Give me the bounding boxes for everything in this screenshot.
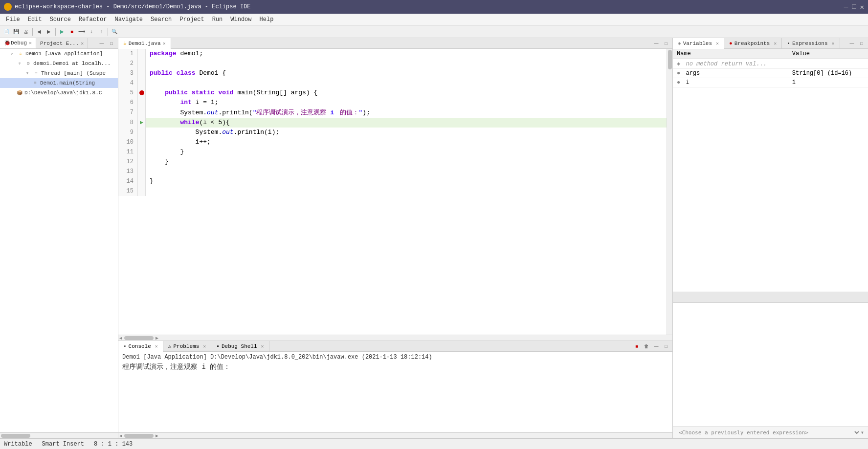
console-h-thumb[interactable] bbox=[124, 434, 154, 438]
menu-window[interactable]: Window bbox=[226, 15, 255, 24]
console-scroll-right[interactable]: ▶ bbox=[156, 433, 158, 439]
var-row-i[interactable]: ● i 1 bbox=[673, 78, 868, 87]
editor-tab-bar: ☕ Demo1.java ✕ — □ bbox=[118, 38, 672, 49]
minimize-button[interactable]: — bbox=[844, 3, 848, 11]
menu-help[interactable]: Help bbox=[256, 15, 278, 24]
toolbar-back[interactable]: ◀ bbox=[35, 27, 44, 36]
expression-dropdown[interactable]: <Choose a previously entered expression> bbox=[677, 429, 861, 436]
right-panel-max[interactable]: □ bbox=[857, 39, 866, 48]
var-row-no-return[interactable]: ◈ no method return val... bbox=[673, 59, 868, 69]
console-clear-btn[interactable]: 🗑 bbox=[642, 342, 651, 351]
tab-expressions-label: Expressions bbox=[792, 41, 828, 46]
breakpoints-close[interactable]: ✕ bbox=[774, 41, 777, 46]
tab-project-close[interactable]: ✕ bbox=[81, 41, 84, 46]
editor-scroll-thumb[interactable] bbox=[668, 50, 672, 69]
toolbar-debug-resume[interactable]: ▶ bbox=[58, 27, 67, 36]
editor-max[interactable]: □ bbox=[662, 39, 670, 48]
tab-debug-close[interactable]: ✕ bbox=[29, 40, 32, 46]
code-editor[interactable]: 1 package demo1; 2 3 public class bbox=[118, 49, 667, 335]
menu-source[interactable]: Source bbox=[46, 15, 75, 24]
scroll-left-arrow[interactable]: ◀ bbox=[119, 335, 122, 341]
code-line-13: 13 bbox=[118, 167, 667, 176]
tab-console[interactable]: ▪ Console ✕ bbox=[118, 341, 163, 352]
tab-demo1-java[interactable]: ☕ Demo1.java ✕ bbox=[118, 38, 171, 49]
editor-scrollbar-v[interactable] bbox=[667, 49, 672, 335]
window-controls[interactable]: — □ ✕ bbox=[844, 3, 864, 11]
menu-run[interactable]: Run bbox=[208, 15, 227, 24]
breakpoints-icon: ● bbox=[729, 41, 733, 46]
tab-variables-label: Variables bbox=[683, 41, 712, 46]
left-scrollbar-thumb[interactable] bbox=[1, 434, 30, 438]
code-line-1: 1 package demo1; bbox=[118, 49, 667, 59]
tree-item-main-thread[interactable]: ▿ ≡ Thread [main] (Suspe bbox=[0, 68, 118, 78]
scroll-right-arrow[interactable]: ▶ bbox=[156, 335, 158, 341]
tab-expressions[interactable]: ▪ Expressions ✕ bbox=[782, 38, 840, 49]
expression-input-row[interactable]: <Choose a previously entered expression>… bbox=[673, 427, 868, 438]
toolbar-debug-stepover[interactable]: ⟶ bbox=[77, 27, 86, 36]
menu-search[interactable]: Search bbox=[147, 15, 176, 24]
console-scroll-left[interactable]: ◀ bbox=[119, 433, 122, 439]
var-value-i: 1 bbox=[788, 78, 868, 87]
toolbar-search[interactable]: 🔍 bbox=[110, 27, 119, 36]
tab-problems[interactable]: ⚠ Problems ✕ bbox=[163, 341, 211, 352]
console-app-info: Demo1 [Java Application] D:\Develop\Java… bbox=[122, 354, 668, 361]
maximize-button[interactable]: □ bbox=[852, 3, 856, 11]
toolbar-debug-stop[interactable]: ■ bbox=[67, 27, 76, 36]
tree-item-demo1-thread[interactable]: ▿ ⚙ demo1.Demo1 at localh... bbox=[0, 59, 118, 68]
left-panel-max[interactable]: □ bbox=[107, 39, 116, 48]
tab-project-explorer[interactable]: Project E... ✕ bbox=[36, 38, 88, 48]
menu-refactor[interactable]: Refactor bbox=[75, 15, 111, 24]
debug-shell-close-icon[interactable]: ✕ bbox=[261, 343, 264, 349]
toolbar-debug-stepout[interactable]: ↑ bbox=[97, 27, 106, 36]
close-button[interactable]: ✕ bbox=[860, 3, 864, 11]
tree-item-frame[interactable]: ≡ Demo1.main(String bbox=[0, 78, 118, 88]
console-tab-bar: ▪ Console ✕ ⚠ Problems ✕ ▪ Debug Shell ✕… bbox=[118, 341, 672, 352]
tree-item-jdk[interactable]: 📦 D:\Develop\Java\jdk1.8.C bbox=[0, 88, 118, 98]
console-stop-btn[interactable]: ■ bbox=[632, 342, 641, 351]
breakpoint-dot-5[interactable] bbox=[139, 90, 144, 95]
editor-min[interactable]: — bbox=[652, 39, 661, 48]
variables-close[interactable]: ✕ bbox=[716, 41, 719, 46]
code-line-4: 4 bbox=[118, 78, 667, 88]
menu-navigate[interactable]: Navigate bbox=[111, 15, 147, 24]
tab-breakpoints[interactable]: ● Breakpoints ✕ bbox=[724, 38, 782, 49]
toolbar-forward[interactable]: ▶ bbox=[45, 27, 53, 36]
editor-h-thumb[interactable] bbox=[124, 336, 154, 340]
left-panel-scrollbar-h[interactable] bbox=[0, 432, 118, 438]
console-min[interactable]: — bbox=[652, 342, 661, 351]
code-line-6: 6 int i = 1; bbox=[118, 98, 667, 107]
right-panel-content: Name Value ◈ no method return val... bbox=[673, 49, 868, 438]
console-close-icon[interactable]: ✕ bbox=[155, 343, 158, 349]
menu-project[interactable]: Project bbox=[176, 15, 208, 24]
tab-project-label: Project E... bbox=[40, 41, 79, 46]
var-row-args[interactable]: ● args String[0] (id=16) bbox=[673, 69, 868, 78]
tree-item-demo1-app[interactable]: ▿ ☕ Demo1 [Java Application] bbox=[0, 49, 118, 59]
var-value-no-return bbox=[788, 59, 868, 69]
console-scrollbar-h[interactable]: ◀ ▶ bbox=[118, 432, 672, 438]
debug-shell-icon: ▪ bbox=[216, 343, 220, 349]
var-name-args: ● args bbox=[673, 69, 788, 78]
toolbar-new[interactable]: 📄 bbox=[2, 27, 11, 36]
console-max[interactable]: □ bbox=[662, 342, 670, 351]
title-bar: eclipse-workspace-charles - Demo/src/dem… bbox=[0, 0, 868, 14]
menu-edit[interactable]: Edit bbox=[24, 15, 46, 24]
right-panel-min[interactable]: — bbox=[847, 39, 856, 48]
status-insert: Smart Insert bbox=[42, 441, 84, 448]
tab-debug-shell[interactable]: ▪ Debug Shell ✕ bbox=[211, 341, 269, 352]
tab-debug-label: Debug bbox=[11, 40, 27, 46]
tab-debug[interactable]: 🐞 Debug ✕ bbox=[0, 38, 36, 48]
editor-scrollbar-h[interactable]: ◀ ▶ bbox=[118, 335, 672, 341]
thread-icon: ⚙ bbox=[24, 60, 32, 67]
menu-file[interactable]: File bbox=[2, 15, 24, 24]
expressions-close[interactable]: ✕ bbox=[832, 41, 835, 46]
i-icon: ● bbox=[677, 79, 680, 86]
java-file-icon: ☕ bbox=[123, 40, 127, 46]
tab-variables[interactable]: ◈ Variables ✕ bbox=[673, 38, 724, 49]
toolbar-save[interactable]: 💾 bbox=[12, 27, 21, 36]
tab-close-icon[interactable]: ✕ bbox=[163, 41, 166, 46]
toolbar-debug-stepinto[interactable]: ↓ bbox=[87, 27, 96, 36]
problems-close-icon[interactable]: ✕ bbox=[203, 343, 206, 349]
expr-dropdown-arrow[interactable]: ▾ bbox=[861, 429, 864, 436]
left-panel-min[interactable]: — bbox=[97, 39, 106, 48]
toolbar-print[interactable]: 🖨 bbox=[22, 27, 30, 36]
